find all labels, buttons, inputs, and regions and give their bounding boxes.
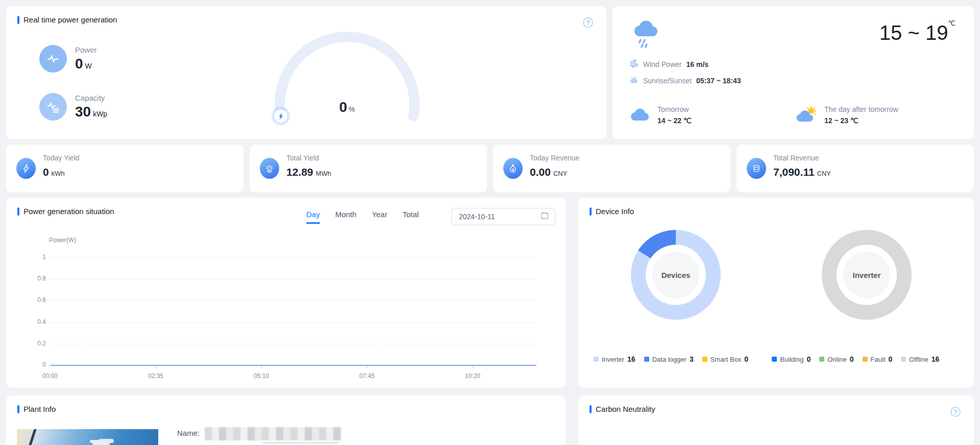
legend-item-inverter[interactable]: Inverter16	[594, 355, 635, 363]
device-info-title: Device Info	[596, 207, 634, 216]
plant-name-row: Name:	[177, 427, 341, 440]
legend-item-building[interactable]: Building0	[772, 355, 811, 363]
gridline	[50, 344, 536, 344]
donut-hole: Devices	[646, 245, 706, 305]
gauge-unit: %	[349, 105, 355, 113]
total-revenue-label: Total Revenue	[773, 154, 819, 162]
sunrise-row: Sunrise/Sunset 05:37 ~ 18:43	[629, 76, 741, 86]
legend-item-offline[interactable]: Offline16	[901, 355, 939, 363]
period-tabs: DayMonthYearTotal	[306, 210, 419, 224]
x-tick-label: 07:45	[352, 372, 382, 380]
calendar-icon	[541, 212, 549, 222]
x-tick-mark	[156, 366, 156, 368]
y-tick-label: 1	[26, 253, 46, 261]
capacity-wave-icon	[39, 93, 67, 121]
gridline	[50, 300, 536, 301]
capacity-unit: kWp	[93, 110, 107, 118]
legend-swatch	[819, 357, 824, 362]
device-legend: Inverter16Data logger3Smart Box0Building…	[594, 355, 969, 363]
legend-item-fault[interactable]: Fault0	[863, 355, 893, 363]
legend-label: Smart Box	[710, 356, 742, 363]
realtime-title: Real time power generation	[23, 15, 117, 24]
legend-label: Inverter	[602, 356, 624, 363]
total-yield-value: 12.89	[286, 166, 313, 178]
legend-swatch	[772, 357, 777, 362]
wind-label: Wind Power	[643, 60, 681, 68]
legend-group: Inverter16Data logger3Smart Box0	[594, 355, 748, 363]
section-title: Carbon Neutrality	[590, 405, 655, 413]
gridline	[50, 322, 536, 323]
y-tick-label: 0.6	[26, 296, 46, 303]
help-icon[interactable]: ?	[583, 17, 593, 28]
today-temperature: 15 ~ 19℃	[879, 19, 955, 44]
legend-value: 0	[889, 355, 893, 363]
x-tick-mark	[473, 366, 473, 368]
wind-icon	[629, 59, 639, 69]
gridline	[50, 279, 536, 279]
power-gauge	[236, 17, 471, 135]
tab-total[interactable]: Total	[403, 210, 419, 224]
legend-value: 0	[806, 355, 811, 363]
legend-swatch	[863, 357, 868, 362]
section-title: Real time power generation	[17, 15, 117, 24]
device-info-card: Device Info Devices Inverter Inverter16D…	[578, 198, 974, 388]
tab-year[interactable]: Year	[372, 210, 387, 224]
x-tick-mark	[261, 366, 262, 368]
cloud-icon	[629, 106, 651, 124]
y-axis-label: Power(W)	[49, 237, 76, 244]
bolt-icon	[16, 158, 36, 179]
power-generation-card: Power generation situation DayMonthYearT…	[6, 198, 566, 388]
power-metric: Power 0W	[39, 45, 97, 73]
gauge-readout: 0%	[316, 99, 378, 115]
line-chart-plot: 10.80.60.40.2000:0002:3505:1007:4510:20	[50, 257, 536, 365]
sunrise-value: 05:37 ~ 18:43	[696, 77, 741, 85]
devices-donut-chart: Devices	[631, 230, 721, 320]
power-wave-icon	[39, 45, 67, 73]
legend-item-online[interactable]: Online0	[819, 355, 853, 363]
donut-hole: Inverter	[837, 245, 897, 305]
day-after-label: The day after tomorrow	[824, 105, 898, 113]
plant-info-card: Plant Info Name:	[6, 395, 566, 445]
x-tick-label: 02:35	[140, 372, 171, 380]
carbon-neutrality-card: Carbon Neutrality ?	[578, 395, 974, 445]
solar-sun-icon	[260, 158, 279, 179]
help-glyph: ?	[586, 19, 590, 27]
sunrise-icon	[629, 76, 639, 86]
tab-month[interactable]: Month	[335, 210, 357, 224]
today-yield-value: 0	[43, 166, 49, 178]
today-yield-unit: kWh	[52, 170, 65, 177]
carbon-title: Carbon Neutrality	[596, 405, 655, 413]
today-revenue-card: Today Revenue 0.00CNY	[493, 145, 730, 192]
title-accent-bar	[17, 16, 19, 24]
legend-item-smart-box[interactable]: Smart Box0	[702, 355, 748, 363]
help-icon[interactable]: ?	[950, 407, 961, 417]
donut-center: Devices	[652, 251, 699, 298]
date-picker[interactable]: 2024-10-11	[451, 208, 555, 225]
title-accent-bar	[17, 207, 19, 216]
donut-center: Inverter	[843, 251, 890, 298]
inverter-donut-chart: Inverter	[822, 230, 912, 320]
temp-unit: ℃	[948, 19, 955, 27]
plant-name-redacted	[205, 427, 341, 440]
legend-value: 0	[850, 355, 854, 363]
sunrise-label: Sunrise/Sunset	[643, 77, 692, 85]
plant-photo-cloud	[92, 440, 110, 445]
legend-item-data-logger[interactable]: Data logger3	[644, 355, 694, 363]
legend-label: Fault	[871, 356, 886, 363]
legend-swatch	[644, 357, 649, 362]
forecast-tomorrow: Tomorrow 14 ~ 22 ℃	[629, 105, 692, 125]
tomorrow-label: Tomorrow	[657, 105, 692, 113]
gauge-value: 0	[339, 99, 347, 115]
legend-value: 16	[932, 355, 940, 363]
tab-day[interactable]: Day	[306, 210, 320, 224]
power-value: 0	[75, 56, 83, 72]
wind-row: Wind Power 16 m/s	[629, 59, 708, 69]
title-accent-bar	[590, 207, 592, 216]
title-accent-bar	[590, 405, 592, 413]
y-tick-label: 0.8	[26, 275, 46, 282]
y-tick-label: 0.4	[26, 318, 46, 325]
money-bag-icon	[503, 158, 523, 179]
today-revenue-unit: CNY	[553, 170, 567, 177]
section-title: Plant Info	[17, 405, 56, 413]
capacity-value: 30	[75, 104, 91, 120]
